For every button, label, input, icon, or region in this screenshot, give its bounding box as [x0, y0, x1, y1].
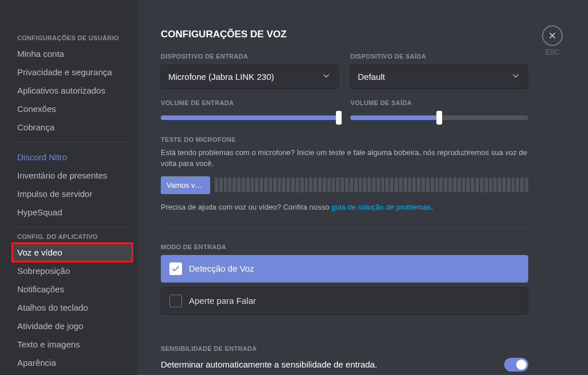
close-label: ESC — [546, 48, 560, 56]
input-volume-slider[interactable] — [161, 115, 339, 120]
mic-test-button[interactable]: Vamos verif... — [161, 176, 210, 194]
output-device-select[interactable]: Default — [350, 64, 528, 89]
checkbox-checked-icon — [169, 262, 182, 275]
section-header-app: CONFIG. DO APLICATIVO — [17, 233, 132, 240]
input-device-label: DISPOSITIVO DE ENTRADA — [161, 53, 339, 60]
chevron-down-icon — [510, 71, 521, 83]
auto-sensitivity-label: Determinar automaticamente a sensibilida… — [161, 359, 377, 369]
sidebar-item-voice-video[interactable]: Voz e vídeo — [13, 243, 132, 261]
sidebar-item-account[interactable]: Minha conta — [13, 45, 132, 63]
sidebar-item-hypesquad[interactable]: HypeSquad — [13, 203, 132, 221]
chevron-down-icon — [321, 71, 331, 83]
sidebar-item-notifications[interactable]: Notificações — [13, 280, 132, 298]
settings-main: ESC CONFIGURAÇÕES DE VOZ DISPOSITIVO DE … — [138, 0, 588, 375]
sensitivity-label: SENSIBILIDADE DE ENTRADA — [161, 345, 528, 352]
input-volume-label: VOLUME DE ENTRADA — [161, 99, 339, 106]
output-device-value: Default — [358, 72, 385, 82]
sidebar-item-gift-inventory[interactable]: Inventário de presentes — [13, 167, 132, 184]
sidebar-item-game-activity[interactable]: Atividade de jogo — [13, 317, 132, 335]
sidebar-item-connections[interactable]: Conexões — [13, 100, 132, 118]
sidebar-item-server-boost[interactable]: Impulso de servidor — [13, 185, 132, 203]
sidebar-item-appearance[interactable]: Aparência — [13, 354, 132, 372]
divider — [17, 142, 127, 142]
sidebar-item-authorized-apps[interactable]: Aplicativos autorizados — [13, 82, 132, 99]
input-mode-voice-activity[interactable]: Detecção de Voz — [161, 255, 528, 283]
output-device-label: DISPOSITIVO DE SAÍDA — [350, 53, 528, 60]
output-volume-slider[interactable] — [350, 115, 528, 120]
mic-test-help: Está tendo problemas com o microfone? In… — [161, 148, 528, 169]
input-mode-push-to-talk[interactable]: Aperte para Falar — [161, 287, 528, 315]
sidebar-item-privacy[interactable]: Privacidade e segurança — [13, 63, 132, 81]
output-volume-label: VOLUME DE SAÍDA — [350, 99, 528, 106]
divider — [161, 228, 528, 229]
troubleshoot-link[interactable]: guia de solução de problemas — [331, 203, 431, 211]
divider — [17, 227, 127, 227]
input-mode-label: MODO DE ENTRADA — [161, 243, 528, 250]
sidebar-item-text-images[interactable]: Texto e imagens — [13, 335, 132, 353]
voice-activity-label: Detecção de Voz — [189, 264, 254, 273]
close-settings-button[interactable]: ESC — [542, 25, 563, 56]
voice-help-text: Precisa de ajuda com voz ou vídeo? Confi… — [161, 202, 528, 213]
settings-sidebar: CONFIGURAÇÕES DE USUÁRIO Minha conta Pri… — [0, 0, 138, 375]
auto-sensitivity-toggle[interactable] — [504, 358, 528, 372]
sidebar-item-keybinds[interactable]: Atalhos do teclado — [13, 299, 132, 316]
sidebar-item-overlay[interactable]: Sobreposição — [13, 262, 132, 280]
close-icon — [542, 25, 563, 46]
mic-level-meter — [215, 177, 528, 192]
section-header-user: CONFIGURAÇÕES DE USUÁRIO — [17, 34, 132, 41]
divider — [161, 330, 528, 330]
input-device-value: Microfone (Jabra LINK 230) — [168, 72, 274, 82]
input-device-select[interactable]: Microfone (Jabra LINK 230) — [161, 64, 339, 89]
page-title: CONFIGURAÇÕES DE VOZ — [161, 29, 528, 40]
sidebar-item-billing[interactable]: Cobrança — [13, 118, 132, 136]
ptt-label: Aperte para Falar — [189, 296, 256, 306]
mic-test-label: TESTE DO MICROFONE — [161, 136, 528, 143]
sidebar-item-nitro[interactable]: Discord Nitro — [13, 148, 132, 166]
checkbox-empty-icon — [169, 295, 182, 307]
